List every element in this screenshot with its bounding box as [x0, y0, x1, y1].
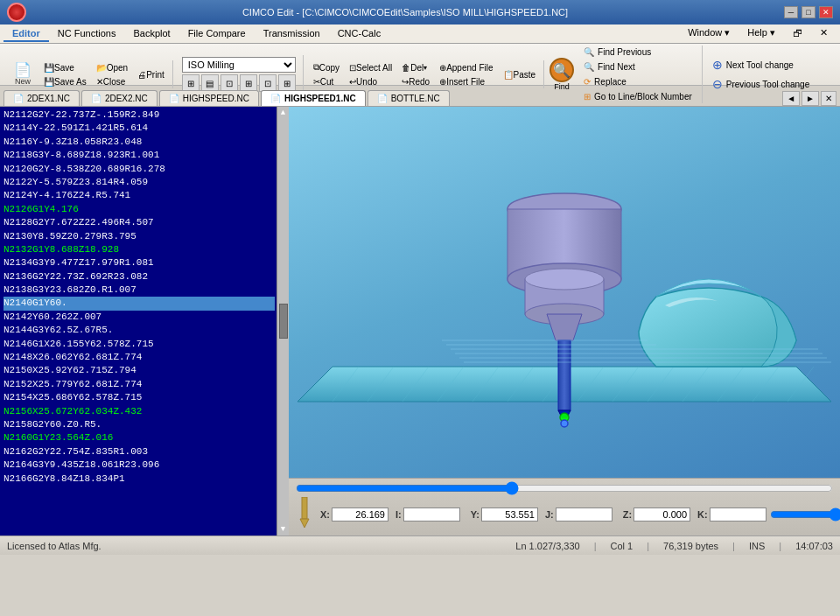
- z-coord-input[interactable]: [634, 508, 690, 522]
- menu-nc-functions[interactable]: NC Functions: [49, 26, 125, 42]
- code-line: N2134G3Y9.477Z17.979R1.081: [4, 256, 275, 270]
- y-coord-input[interactable]: [481, 508, 538, 522]
- menu-window[interactable]: Window ▾: [679, 25, 738, 42]
- find-button[interactable]: 🔍: [550, 58, 574, 82]
- filetype-icon-4[interactable]: ⊞: [240, 74, 257, 92]
- menu-close-all[interactable]: ✕: [811, 25, 836, 42]
- filetype-icon-1[interactable]: ⊞: [182, 74, 200, 92]
- code-line-selected: N2140G1Y60.: [4, 297, 275, 310]
- next-tool-icon: ⊕: [712, 58, 723, 72]
- append-file-button[interactable]: ⊕ Append File: [435, 61, 497, 74]
- code-scrollbar[interactable]: ▲ ▼: [276, 107, 289, 536]
- svg-point-19: [525, 269, 604, 290]
- file-type-select[interactable]: ISO Milling: [182, 57, 296, 73]
- x-coord-input[interactable]: [332, 508, 388, 522]
- tab-0[interactable]: 📄 2DEX1.NC: [4, 90, 80, 106]
- filetype-icon-6[interactable]: ⊞: [278, 74, 296, 92]
- minimize-button[interactable]: ─: [784, 6, 798, 18]
- j-coord-input[interactable]: [556, 508, 612, 522]
- code-line: N2136G2Y22.73Z.692R23.082: [4, 270, 275, 284]
- menu-transmission[interactable]: Transmission: [255, 26, 329, 42]
- undo-button[interactable]: ↩ Undo: [345, 75, 396, 88]
- copy-button[interactable]: ⧉ Copy: [309, 60, 344, 74]
- maximize-button[interactable]: □: [802, 6, 816, 18]
- goto-button[interactable]: ⊞ Go to Line/Block Number: [578, 90, 698, 103]
- cut-button[interactable]: ✂ Cut: [309, 75, 344, 88]
- code-line: N2156X25.672Y62.034Z.432: [4, 405, 275, 418]
- find-next-button[interactable]: 🔍 Find Next: [578, 60, 698, 74]
- menu-backplot[interactable]: Backplot: [124, 26, 178, 42]
- close-button[interactable]: ✕ Close: [92, 75, 132, 88]
- filetype-icon-2[interactable]: ▤: [201, 74, 219, 92]
- code-line: N2114Y-22.591Z1.421R5.614: [4, 122, 275, 135]
- menu-editor[interactable]: Editor: [4, 26, 49, 42]
- save-icon: 💾: [44, 63, 54, 73]
- save-as-button[interactable]: 💾 Save As: [39, 75, 91, 88]
- redo-button[interactable]: ↪ Redo: [397, 75, 434, 88]
- code-line: N2154X25.686Y62.578Z.715: [4, 391, 275, 404]
- tab-2[interactable]: 📄 HIGHSPEED.NC: [159, 90, 259, 106]
- save-as-icon: 💾: [44, 77, 54, 87]
- k-coord-input[interactable]: [710, 508, 766, 522]
- code-line: N2146G1X26.155Y62.578Z.715: [4, 338, 275, 351]
- code-line: N2128G2Y7.672Z22.496R4.507: [4, 216, 275, 229]
- new-button[interactable]: 📄 New: [7, 60, 38, 88]
- code-line: N2118G3Y-8.689Z18.923R1.001: [4, 149, 275, 162]
- speed-slider[interactable]: [770, 509, 840, 520]
- code-line: N2162G2Y22.754Z.835R1.003: [4, 445, 275, 458]
- y-coord-group: Y: J:: [471, 508, 612, 522]
- menu-cnc-calc[interactable]: CNC-Calc: [329, 26, 390, 42]
- del-button[interactable]: 🗑 Del ▾: [397, 61, 434, 74]
- cut-icon: ✂: [313, 77, 320, 87]
- file-toolbar-group: 📄 New 💾 Save 💾 Save As 📂 Open ✕ Close: [4, 60, 173, 88]
- tabs-next-button[interactable]: ►: [802, 91, 819, 106]
- close-button[interactable]: ✕: [819, 6, 833, 18]
- prev-tool-button[interactable]: ⊖ Previous Tool change: [708, 75, 814, 93]
- open-button[interactable]: 📂 Open: [92, 61, 132, 74]
- code-line: N2150X25.92Y62.715Z.794: [4, 364, 275, 377]
- code-line: N2124Y-4.176Z24.R5.741: [4, 189, 275, 202]
- code-line: N2132G1Y8.688Z18.928: [4, 243, 275, 256]
- i-coord-input[interactable]: [403, 508, 460, 522]
- tab-3[interactable]: 📄 HIGHSPEED1.NC: [261, 90, 366, 106]
- separator-4: |: [779, 541, 781, 551]
- insert-icon: ⊕: [439, 77, 446, 87]
- replace-button[interactable]: ⟳ Replace: [578, 75, 698, 88]
- find-prev-button[interactable]: 🔍 Find Previous: [578, 46, 698, 59]
- tabs-prev-button[interactable]: ◄: [782, 91, 800, 106]
- print-button[interactable]: 🖨 Print: [133, 68, 169, 81]
- paste-button[interactable]: 📋 Paste: [499, 68, 541, 81]
- menu-file-compare[interactable]: File Compare: [179, 26, 255, 42]
- code-line: N2126G1Y4.176: [4, 203, 275, 216]
- filetype-icon-5[interactable]: ⊡: [259, 74, 276, 92]
- progress-slider[interactable]: [296, 482, 833, 494]
- tab-icon-1: 📄: [91, 94, 102, 103]
- del-icon: 🗑: [402, 63, 410, 73]
- tabs-close-button[interactable]: ✕: [821, 91, 836, 106]
- toolbar: 📄 New 💾 Save 💾 Save As 📂 Open ✕ Close: [0, 44, 840, 86]
- new-icon: 📄: [14, 63, 32, 77]
- col-text: Col 1: [611, 541, 634, 551]
- z-coord-group: Z: K:: [623, 508, 766, 522]
- filetype-icon-3[interactable]: ⊡: [220, 74, 238, 92]
- menu-minimize-all[interactable]: 🗗: [784, 26, 811, 42]
- redo-icon: ↪: [402, 77, 409, 87]
- code-editor[interactable]: N2112G2Y-22.737Z-.159R2.849 N2114Y-22.59…: [0, 107, 289, 536]
- insert-file-button[interactable]: ⊕ Insert File: [435, 75, 497, 88]
- find-toolbar-group: 🔍 Find 🔍 Find Previous 🔍 Find Next ⟳ Rep…: [546, 46, 703, 103]
- tab-icon-0: 📄: [13, 94, 24, 103]
- save-button[interactable]: 💾 Save: [39, 61, 91, 74]
- next-tool-button[interactable]: ⊕ Next Tool change: [708, 56, 814, 74]
- x-coord-group: X: I:: [320, 508, 460, 522]
- code-line: N2116Y-9.3Z18.058R23.048: [4, 136, 275, 149]
- menu-help[interactable]: Help ▾: [738, 25, 784, 42]
- i-label: I:: [396, 509, 402, 520]
- position-text: Ln 1.027/3,330: [515, 541, 579, 551]
- viewport-3d[interactable]: [289, 107, 840, 478]
- tab-4[interactable]: 📄 BOTTLE.NC: [368, 90, 450, 106]
- svg-rect-32: [302, 497, 307, 519]
- select-all-button[interactable]: ⊡ Select All: [345, 61, 396, 74]
- tab-1[interactable]: 📄 2DEX2.NC: [81, 90, 158, 106]
- title-bar: CIMCO Edit - [C:\CIMCO\CIMCOEdit\Samples…: [0, 0, 840, 24]
- code-panel: N2112G2Y-22.737Z-.159R2.849 N2114Y-22.59…: [0, 107, 289, 536]
